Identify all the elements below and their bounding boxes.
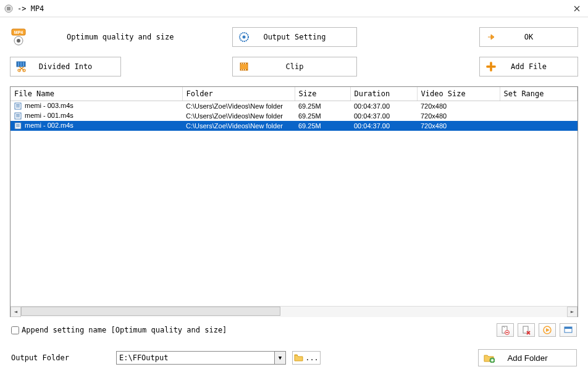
folder-plus-icon: [484, 353, 495, 363]
svg-rect-9: [17, 62, 18, 67]
table-row[interactable]: memi - 001.m4sC:\Users\Zoe\Videos\New fo…: [10, 111, 578, 121]
svg-rect-35: [16, 126, 20, 127]
table-header-row: File Name Folder Size Duration Video Siz…: [10, 87, 578, 101]
append-setting-checkbox[interactable]: [11, 326, 19, 334]
close-button[interactable]: [569, 2, 584, 15]
scissors-icon: [15, 60, 28, 73]
film-clip-icon: [238, 61, 250, 72]
gear-icon: [238, 31, 250, 43]
cell-size: 69.25M: [295, 101, 350, 111]
scroll-left-arrow[interactable]: ◄: [10, 307, 21, 317]
output-folder-input[interactable]: [117, 352, 274, 364]
file-table[interactable]: File Name Folder Size Duration Video Siz…: [10, 87, 578, 131]
svg-rect-31: [16, 117, 20, 117]
cell-videosize: 720x480: [417, 101, 500, 111]
mp4-format-icon: MP4: [10, 27, 30, 47]
cell-videosize: 720x480: [417, 111, 500, 121]
svg-rect-22: [243, 69, 244, 70]
header-videosize[interactable]: Video Size: [417, 87, 500, 101]
cell-setrange: [500, 111, 578, 121]
svg-point-7: [243, 36, 246, 39]
horizontal-scrollbar[interactable]: ◄ ►: [10, 306, 578, 316]
add-folder-label: Add Folder: [507, 353, 547, 363]
cell-folder: C:\Users\Zoe\Videos\New folder: [182, 121, 295, 131]
svg-rect-25: [16, 104, 20, 105]
window-title: -> MP4: [17, 4, 44, 13]
append-setting-checkbox-row[interactable]: Append setting name [Optimum quality and…: [11, 326, 227, 334]
folder-icon: [294, 353, 304, 362]
svg-rect-27: [16, 107, 20, 107]
add-file-button[interactable]: Add File: [479, 57, 578, 76]
media-info-button[interactable]: [560, 323, 577, 337]
header-filename[interactable]: File Name: [10, 87, 182, 101]
svg-rect-21: [242, 69, 242, 70]
output-setting-label: Output Setting: [239, 33, 350, 41]
cell-folder: C:\Users\Zoe\Videos\New folder: [182, 101, 295, 111]
cell-duration: 00:04:37.00: [350, 101, 417, 111]
cell-duration: 00:04:37.00: [350, 121, 417, 131]
remove-file-button[interactable]: [497, 323, 514, 337]
svg-rect-34: [16, 125, 20, 126]
header-folder[interactable]: Folder: [182, 87, 295, 101]
svg-rect-20: [245, 63, 246, 64]
cell-setrange: [500, 101, 578, 111]
file-icon: [14, 102, 23, 110]
titlebar: -> MP4: [0, 0, 588, 17]
scroll-track[interactable]: [21, 307, 567, 317]
cell-duration: 00:04:37.00: [350, 111, 417, 121]
svg-rect-30: [16, 115, 20, 116]
svg-rect-11: [22, 62, 23, 67]
cell-setrange: [500, 121, 578, 131]
svg-rect-41: [565, 327, 572, 329]
svg-rect-18: [242, 63, 242, 64]
plus-icon: [485, 62, 497, 72]
clip-label: Clip: [239, 62, 350, 71]
output-folder-combo[interactable]: ▼: [116, 351, 286, 365]
svg-rect-26: [16, 105, 20, 106]
header-size[interactable]: Size: [295, 87, 350, 101]
add-file-label: Add File: [486, 62, 571, 71]
svg-rect-23: [245, 69, 246, 70]
svg-rect-29: [16, 114, 20, 115]
svg-rect-8: [17, 62, 25, 67]
svg-rect-33: [16, 124, 20, 125]
clip-button[interactable]: Clip: [232, 57, 357, 76]
divided-into-button[interactable]: Divided Into: [10, 57, 121, 76]
clear-files-button[interactable]: [518, 323, 535, 337]
svg-rect-12: [24, 62, 25, 67]
cell-filename: memi - 001.m4s: [10, 111, 182, 121]
play-preview-button[interactable]: [539, 323, 556, 337]
svg-rect-1: [7, 7, 10, 10]
cell-folder: C:\Users\Zoe\Videos\New folder: [182, 111, 295, 121]
quality-label: Optimum quality and size: [67, 33, 174, 41]
ok-label: OK: [486, 33, 571, 41]
chevron-down-icon[interactable]: ▼: [274, 352, 285, 364]
scroll-right-arrow[interactable]: ►: [567, 307, 578, 317]
svg-rect-10: [19, 62, 20, 67]
cell-filename: memi - 003.m4s: [10, 101, 182, 111]
scroll-thumb[interactable]: [21, 307, 280, 316]
table-row[interactable]: memi - 003.m4sC:\Users\Zoe\Videos\New fo…: [10, 101, 578, 111]
cell-videosize: 720x480: [417, 121, 500, 131]
svg-rect-19: [243, 63, 244, 64]
file-list: File Name Folder Size Duration Video Siz…: [10, 86, 578, 317]
table-row[interactable]: memi - 002.m4sC:\Users\Zoe\Videos\New fo…: [10, 121, 578, 131]
output-setting-button[interactable]: Output Setting: [232, 27, 357, 47]
ok-button[interactable]: OK: [479, 27, 578, 47]
output-folder-label: Output Folder: [11, 353, 110, 362]
cell-filename: memi - 002.m4s: [10, 121, 182, 131]
cell-size: 69.25M: [295, 121, 350, 131]
browse-ellipsis: ...: [305, 353, 319, 362]
app-icon: [4, 4, 14, 14]
browse-folder-button[interactable]: ...: [292, 351, 321, 365]
cell-size: 69.25M: [295, 111, 350, 121]
file-icon: [14, 122, 23, 130]
file-icon: [14, 112, 23, 120]
svg-point-5: [17, 39, 20, 43]
header-duration[interactable]: Duration: [350, 87, 417, 101]
svg-text:MP4: MP4: [14, 30, 23, 35]
add-folder-button[interactable]: Add Folder: [478, 349, 577, 366]
header-setrange[interactable]: Set Range: [500, 87, 578, 101]
toolbar: MP4 Optimum quality and size Output Sett…: [0, 17, 588, 86]
arrow-right-icon: [485, 32, 497, 42]
